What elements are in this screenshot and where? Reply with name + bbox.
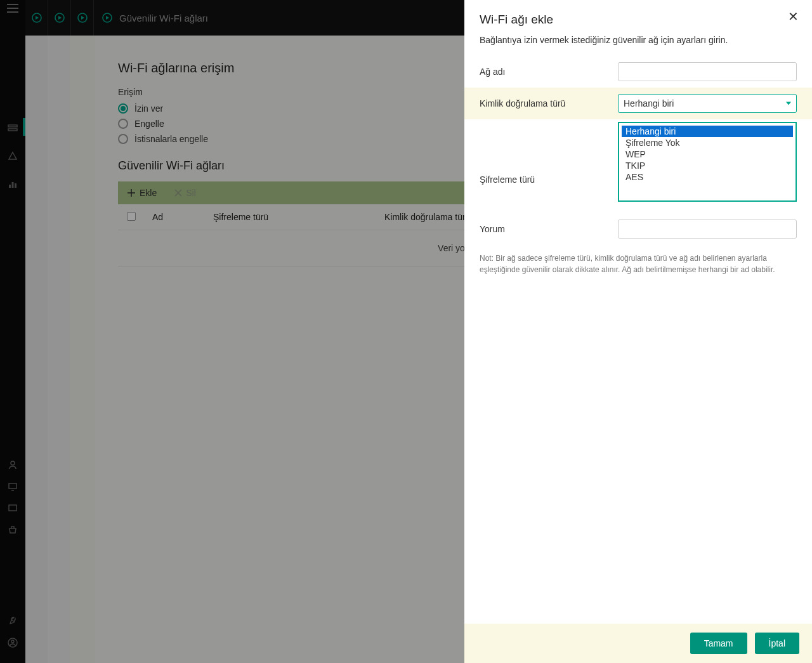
label-comment: Yorum bbox=[480, 224, 618, 234]
panel-footer: Tamam İptal bbox=[464, 624, 812, 663]
row-auth-type: Kimlik doğrulama türü Herhangi biri Herh… bbox=[464, 88, 812, 119]
comment-input[interactable] bbox=[618, 220, 797, 239]
panel-title: Wi-Fi ağı ekle bbox=[480, 13, 797, 27]
row-network-name: Ağ adı bbox=[464, 56, 812, 88]
network-name-input[interactable] bbox=[618, 62, 797, 81]
cancel-button[interactable]: İptal bbox=[755, 633, 799, 654]
chevron-down-icon bbox=[786, 102, 791, 105]
auth-option-tkip[interactable]: TKIP bbox=[622, 160, 793, 171]
auth-option-wep[interactable]: WEP bbox=[622, 148, 793, 160]
ok-button[interactable]: Tamam bbox=[690, 633, 747, 654]
auth-type-selected: Herhangi biri bbox=[624, 98, 674, 108]
auth-type-dropdown: Herhangi biri Şifreleme Yok WEP TKIP AES bbox=[618, 122, 797, 202]
add-wifi-panel: Wi-Fi ağı ekle Bağlantıya izin vermek is… bbox=[464, 0, 812, 663]
auth-type-select[interactable]: Herhangi biri bbox=[618, 94, 797, 113]
label-network-name: Ağ adı bbox=[480, 67, 618, 77]
label-encryption-type: Şifreleme türü bbox=[480, 174, 618, 185]
panel-note: Not: Bir ağ sadece şifreleme türü, kimli… bbox=[464, 245, 812, 283]
auth-option-any[interactable]: Herhangi biri bbox=[622, 126, 793, 137]
row-comment: Yorum bbox=[464, 213, 812, 245]
auth-option-aes[interactable]: AES bbox=[622, 171, 793, 183]
panel-description: Bağlantıya izin vermek istediğiniz güven… bbox=[480, 34, 797, 47]
label-auth-type: Kimlik doğrulama türü bbox=[480, 98, 618, 108]
auth-option-none[interactable]: Şifreleme Yok bbox=[622, 137, 793, 148]
close-icon[interactable]: ✕ bbox=[785, 9, 801, 24]
